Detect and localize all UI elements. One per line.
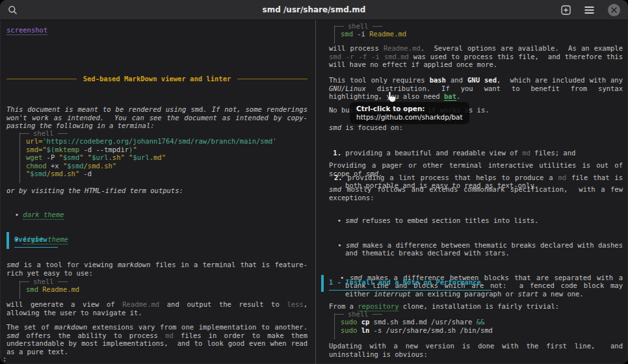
close-icon [608, 4, 620, 16]
menu-button[interactable] [582, 3, 597, 17]
titlebar: smd /usr/share/smd.md [0, 0, 628, 20]
tooltip-title: Ctrl-click to open: [356, 105, 463, 113]
code-line: sudo cp smd.sh smd.md /usr/share && [341, 318, 493, 326]
heading-bar [321, 275, 324, 292]
code-line: smd -i Readme.md [341, 30, 406, 38]
paragraph-updating: Updating with a new version is done with… [329, 342, 623, 358]
terminal-window: smd /usr/share/smd.md [0, 0, 628, 364]
code-language-label: shell [33, 129, 54, 138]
code-block-sudo: shell sudo cp smd.sh smd.md /usr/share &… [328, 309, 493, 339]
pager-prompt: : [3, 355, 7, 363]
paragraph-generate: will generate a view of Readme.md and ou… [7, 300, 307, 317]
tooltip-url: https://github.com/sharkdp/bat [356, 113, 463, 122]
code-line: url='https://codeberg.org/johann1764/smd… [26, 137, 277, 146]
search-button[interactable] [5, 3, 20, 18]
paragraph-requires: This tool only requires bash and GNU sed… [329, 76, 623, 101]
code-block-header: shell [20, 129, 277, 137]
code-block-process: shell smd -i Readme.md [328, 21, 406, 44]
heading-text: 1 - Install and a Note on Performance [329, 278, 491, 291]
code-language-label: shell [348, 22, 369, 31]
list-item: • smd refuses to embed section titles in… [329, 216, 623, 225]
code-line: sudo ln -s /usr/share/smd.sh /bin/smd [341, 326, 493, 335]
terminal-content: screenshot Sed-based MarkDown viewer and… [0, 20, 628, 364]
code-block-border [334, 25, 335, 44]
close-button[interactable] [605, 1, 623, 19]
code-line: "$smd/smd.sh" -d [26, 170, 277, 178]
paragraph-intro: This document is meant to be rendered us… [7, 105, 307, 130]
heading-bar [7, 232, 9, 249]
new-tab-button[interactable] [558, 3, 573, 18]
code-block-view: shell smd Readme.md [13, 276, 79, 299]
code-block-header: shell [334, 22, 406, 30]
list-item: • dark theme [7, 211, 307, 219]
hamburger-menu-icon [584, 6, 594, 14]
document-title-text: Sed-based MarkDown viewer and linter [83, 75, 231, 83]
paragraph-outputs: or by visiting the HTML-ified term outpu… [7, 187, 307, 195]
exceptions-list: • smd refuses to embed section titles in… [329, 200, 623, 314]
paragraph-commonmark: smd mostly follows and extends commonmar… [329, 185, 623, 202]
code-line: smd="$(mktemp -d --tmpdir)" [26, 146, 277, 154]
link-tooltip: Ctrl-click to open: https://github.com/s… [350, 102, 469, 124]
bat-link[interactable]: bat [444, 92, 456, 100]
paragraph-process: will process Readme.md. Several options … [329, 44, 623, 69]
code-block-header: shell [334, 310, 493, 318]
list-item: • smd makes a difference between themati… [329, 241, 623, 257]
search-icon [8, 5, 18, 15]
dark-theme-link[interactable]: dark theme [23, 211, 64, 218]
paragraph-focused: smd is focused on: [329, 124, 623, 132]
section-heading-overview: Overview [7, 235, 58, 248]
code-block-border [20, 133, 20, 183]
document-title: Sed-based MarkDown viewer and linter [7, 74, 307, 83]
code-block-border [334, 313, 335, 339]
heading-text: Overview [14, 235, 58, 248]
theme-links-list: • dark theme • light theme [7, 194, 307, 259]
section-heading-install: 1 - Install and a Note on Performance [321, 278, 491, 291]
code-block-header: shell [20, 278, 79, 285]
code-line: chmod +x "$smd/smd.sh" [26, 162, 277, 170]
code-language-label: shell [348, 310, 369, 318]
pane-left[interactable]: screenshot Sed-based MarkDown viewer and… [0, 20, 315, 364]
screenshot-link[interactable]: screenshot [7, 26, 307, 34]
paragraph-extensions: The set of markdown extensions vary from… [7, 323, 307, 356]
paragraph-tool: smd is a tool for viewing markdown files… [7, 261, 307, 277]
pane-right[interactable]: shell smd -i Readme.md will process Read… [316, 20, 628, 364]
code-block-bootstrap: shell url='https://codeberg.org/johann17… [13, 128, 277, 183]
list-item: 1. providing a beautiful and readable vi… [329, 149, 623, 157]
code-line: smd Readme.md [26, 285, 79, 294]
paragraph-pager-scope: Providing a pager or other terminal inte… [329, 161, 623, 177]
code-block-border [20, 281, 20, 299]
mouse-cursor-pointer [386, 91, 397, 103]
code-line: wget -P "$smd" "$url.sh" "$url.md" [26, 153, 277, 162]
code-language-label: shell [33, 278, 54, 286]
titlebar-actions [558, 1, 623, 19]
new-tab-icon [561, 5, 571, 15]
window-title: smd /usr/share/smd.md [263, 5, 366, 14]
